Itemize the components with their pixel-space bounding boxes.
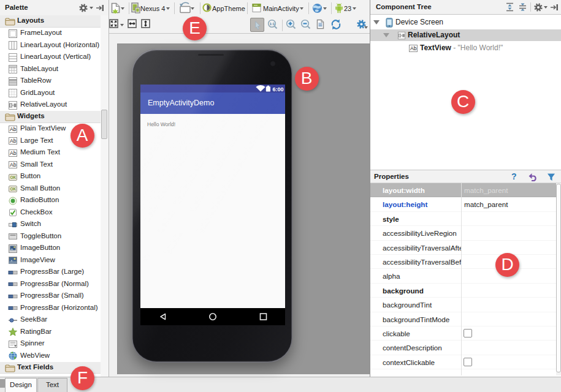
svg-text:Ab: Ab — [10, 150, 17, 156]
svg-text:OK: OK — [10, 175, 16, 179]
svg-text:Ab: Ab — [10, 162, 17, 168]
svg-text:1:1: 1:1 — [269, 22, 275, 26]
svg-text:Ab: Ab — [10, 138, 17, 144]
svg-text:Ab: Ab — [410, 45, 417, 51]
svg-text:Ab: Ab — [10, 126, 17, 132]
svg-text:OK: OK — [10, 187, 16, 191]
